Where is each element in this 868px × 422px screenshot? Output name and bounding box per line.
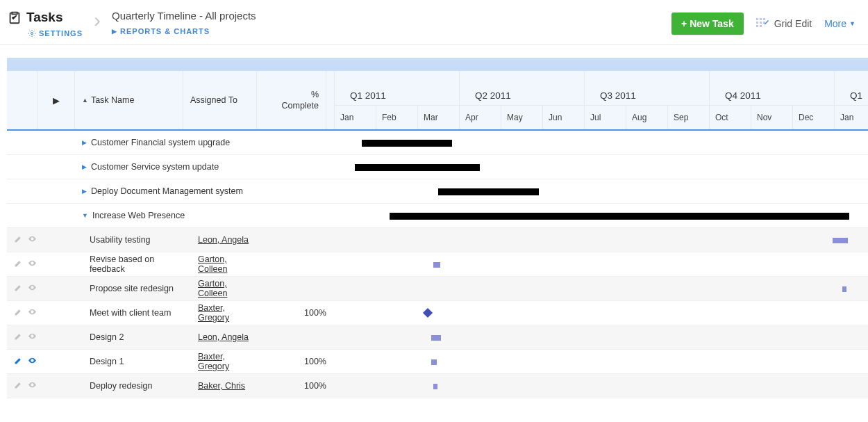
table-row[interactable]: ▶Customer Service system update (7, 155, 334, 179)
assignee-link[interactable]: Baxter, Gregory (198, 352, 257, 371)
assignee-link[interactable]: Leon, Angela (198, 332, 249, 342)
timeline-row (334, 277, 868, 301)
row-expander (37, 155, 75, 179)
new-task-button[interactable]: + New Task (671, 13, 744, 35)
row-expander (37, 204, 75, 227)
gantt-bar-summary[interactable] (438, 188, 539, 195)
table-row[interactable]: ▶Customer Financial system upgrade (7, 131, 334, 155)
table-row[interactable]: Meet with client teamBaxter, Gregory100% (7, 301, 334, 325)
task-name-text: Meet with client team (90, 308, 171, 318)
sort-asc-icon: ▲ (82, 97, 88, 104)
timeline-row (334, 350, 868, 374)
table-row[interactable]: ▶Deploy Document Management system (7, 179, 334, 204)
pct-complete-cell: 100% (265, 301, 334, 325)
caret-right-icon[interactable]: ▶ (82, 163, 87, 170)
caret-right-icon[interactable]: ▶ (82, 139, 87, 146)
gantt-bar-task[interactable] (431, 359, 437, 365)
task-name-text: Usability testing (90, 235, 151, 245)
edit-icon[interactable] (14, 307, 23, 318)
table-row[interactable]: Revise based on feedbackGarton, Colleen (7, 252, 334, 277)
assigned-to-cell: Garton, Colleen (191, 252, 265, 276)
grid-wrap: ▶ ▲ Task Name Assigned To % Complete ▶Cu… (7, 58, 868, 398)
table-row[interactable]: Deploy redesignBaker, Chris100% (7, 374, 334, 398)
row-actions (7, 325, 45, 349)
table-row[interactable]: Design 2Leon, Angela (7, 325, 334, 350)
assignee-link[interactable]: Garton, Colleen (198, 254, 257, 274)
task-name-cell: ▼Increase Web Presence (75, 204, 334, 227)
more-menu[interactable]: More ▼ (824, 18, 856, 29)
row-actions (7, 301, 45, 325)
view-icon[interactable] (27, 332, 37, 343)
gantt-bar-summary[interactable] (362, 140, 452, 147)
right-pane: Q1 2011Q2 2011Q3 2011Q4 2011Q1 JanFebMar… (334, 71, 868, 398)
gantt-milestone[interactable] (423, 308, 433, 318)
task-name-text: Customer Financial system upgrade (91, 138, 230, 147)
view-icon[interactable] (27, 307, 37, 318)
view-icon[interactable] (27, 234, 37, 245)
reports-link[interactable]: ▶ REPORTS & CHARTS (112, 27, 256, 35)
edit-icon[interactable] (14, 259, 23, 270)
view-icon[interactable] (27, 283, 37, 294)
grid: ▶ ▲ Task Name Assigned To % Complete ▶Cu… (7, 71, 868, 398)
task-name-text: Revise based on feedback (90, 254, 183, 274)
col-assigned-to[interactable]: Assigned To (183, 71, 257, 129)
month-label: Jul (584, 106, 626, 129)
view-icon[interactable] (27, 259, 37, 270)
table-row[interactable]: Usability testingLeon, Angela (7, 228, 334, 252)
timeline-row (334, 204, 868, 228)
gantt-bar-task[interactable] (833, 238, 848, 243)
row-actions (7, 374, 45, 398)
task-name-text: Customer Service system update (91, 162, 219, 172)
col-expander[interactable]: ▶ (37, 71, 75, 129)
task-name-cell: Design 1 (83, 350, 191, 373)
gantt-bar-task[interactable] (433, 384, 437, 389)
gantt-bar-task[interactable] (842, 286, 846, 292)
edit-icon[interactable] (14, 234, 23, 245)
task-name-text: Design 2 (90, 332, 124, 342)
breadcrumb-block: Quarterly Timeline - All projects ▶ REPO… (112, 10, 256, 35)
edit-icon[interactable] (14, 380, 23, 391)
table-row[interactable]: Design 1Baxter, Gregory100% (7, 350, 334, 374)
col-pct-complete[interactable]: % Complete (257, 71, 326, 129)
assignee-link[interactable]: Garton, Colleen (198, 279, 257, 298)
assignee-link[interactable]: Baxter, Gregory (198, 303, 257, 323)
caret-down-icon[interactable]: ▼ (82, 212, 88, 219)
month-label: Apr (459, 106, 501, 129)
assigned-to-cell: Baxter, Gregory (191, 350, 265, 373)
edit-icon[interactable] (14, 283, 23, 294)
gantt-bar-task[interactable] (431, 335, 441, 341)
col-task-name[interactable]: ▲ Task Name (75, 71, 183, 129)
month-label: Nov (751, 106, 792, 129)
task-name-cell: ▶Customer Financial system upgrade (75, 131, 334, 154)
more-text: More (824, 18, 846, 29)
header-left: Tasks SETTINGS › Quarterly Timeline - Al… (7, 10, 256, 38)
row-expander (37, 131, 75, 154)
settings-link[interactable]: SETTINGS (28, 29, 83, 38)
view-icon[interactable] (27, 356, 37, 367)
edit-icon[interactable] (14, 332, 23, 343)
view-icon[interactable] (27, 380, 37, 391)
timeline-quarters: Q1 2011Q2 2011Q3 2011Q4 2011Q1 (334, 71, 868, 105)
edit-icon[interactable] (14, 356, 23, 367)
task-name-text: Design 1 (90, 357, 124, 366)
table-row[interactable]: ▼Increase Web Presence (7, 204, 334, 228)
timeline-row (334, 325, 868, 350)
pct-complete-cell (265, 277, 334, 300)
caret-right-icon[interactable]: ▶ (82, 188, 87, 195)
timeline-row (334, 131, 868, 155)
timeline-row (334, 252, 868, 277)
gantt-bar-summary[interactable] (390, 213, 849, 220)
assignee-link[interactable]: Baker, Chris (198, 381, 245, 391)
gear-icon (28, 29, 36, 38)
task-name-cell: Usability testing (83, 228, 191, 252)
task-name-cell: ▶Customer Service system update (75, 155, 334, 179)
gantt-bar-summary[interactable] (355, 164, 480, 171)
grid-edit-button[interactable]: Grid Edit (756, 18, 812, 30)
month-label: Jan (334, 106, 376, 129)
row-actions (7, 350, 45, 373)
row-actions (7, 228, 45, 252)
col-pct-1: % (282, 89, 319, 100)
gantt-bar-task[interactable] (433, 262, 440, 268)
assignee-link[interactable]: Leon, Angela (198, 235, 249, 245)
table-row[interactable]: Propose site redesignGarton, Colleen (7, 277, 334, 301)
